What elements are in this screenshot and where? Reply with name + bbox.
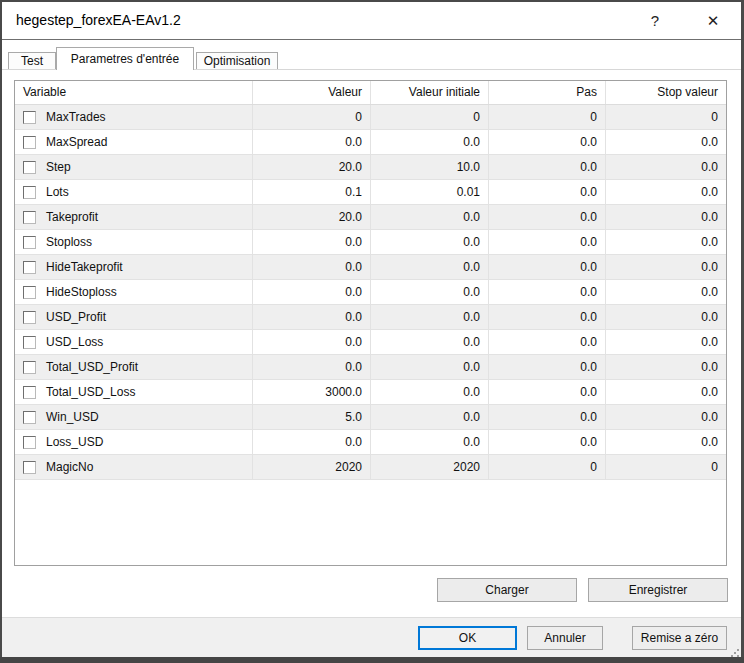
remise-a-zero-button[interactable]: Remise a zéro [632,626,727,650]
value-cell[interactable]: 0.0 [371,380,489,404]
value-cell[interactable]: 0 [371,105,489,129]
value-cell[interactable]: 10.0 [371,155,489,179]
optimize-checkbox[interactable] [23,211,36,224]
table-row[interactable]: Total_USD_Profit 0.0 0.0 0.0 0.0 [15,355,726,380]
optimize-checkbox[interactable] [23,361,36,374]
value-cell[interactable]: 0.0 [606,380,726,404]
table-row[interactable]: Total_USD_Loss 3000.0 0.0 0.0 0.0 [15,380,726,405]
value-cell[interactable]: 0.0 [489,430,606,454]
value-cell[interactable]: 2020 [253,455,371,479]
value-cell[interactable]: 0.0 [489,280,606,304]
value-cell[interactable]: 20.0 [253,155,371,179]
value-cell[interactable]: 0.0 [253,280,371,304]
tab-parametres-dentree[interactable]: Parametres d'entrée [56,47,194,70]
table-row[interactable]: Step 20.0 10.0 0.0 0.0 [15,155,726,180]
table-row[interactable]: Loss_USD 0.0 0.0 0.0 0.0 [15,430,726,455]
value-cell[interactable]: 0.0 [489,230,606,254]
value-cell[interactable]: 0.0 [253,430,371,454]
value-cell[interactable]: 5.0 [253,405,371,429]
value-cell[interactable]: 0.0 [371,405,489,429]
value-cell[interactable]: 0.0 [371,430,489,454]
value-cell[interactable]: 0.0 [371,355,489,379]
annuler-button[interactable]: Annuler [527,626,603,650]
value-cell[interactable]: 2020 [371,455,489,479]
table-row[interactable]: MagicNo 2020 2020 0 0 [15,455,726,480]
value-cell[interactable]: 0.0 [606,180,726,204]
table-row[interactable]: Lots 0.1 0.01 0.0 0.0 [15,180,726,205]
table-row[interactable]: MaxSpread 0.0 0.0 0.0 0.0 [15,130,726,155]
value-cell[interactable]: 0 [489,455,606,479]
optimize-checkbox[interactable] [23,461,36,474]
optimize-checkbox[interactable] [23,111,36,124]
value-cell[interactable]: 0.0 [606,130,726,154]
value-cell[interactable]: 0.0 [489,205,606,229]
tab-test[interactable]: Test [8,52,56,69]
value-cell[interactable]: 0.1 [253,180,371,204]
value-cell[interactable]: 0.0 [606,355,726,379]
value-cell[interactable]: 0.0 [606,230,726,254]
value-cell[interactable]: 0.0 [606,405,726,429]
value-cell[interactable]: 0.0 [606,155,726,179]
value-cell[interactable]: 0.0 [606,255,726,279]
value-cell[interactable]: 0.0 [489,330,606,354]
optimize-checkbox[interactable] [23,411,36,424]
value-cell[interactable]: 0.0 [606,280,726,304]
value-cell[interactable]: 0.0 [371,205,489,229]
value-cell[interactable]: 0.0 [489,405,606,429]
optimize-checkbox[interactable] [23,136,36,149]
optimize-checkbox[interactable] [23,336,36,349]
value-cell[interactable]: 0.0 [253,130,371,154]
optimize-checkbox[interactable] [23,386,36,399]
help-button[interactable]: ? [639,2,671,39]
value-cell[interactable]: 0 [253,105,371,129]
value-cell[interactable]: 20.0 [253,205,371,229]
table-row[interactable]: USD_Profit 0.0 0.0 0.0 0.0 [15,305,726,330]
value-cell[interactable]: 0 [606,105,726,129]
value-cell[interactable]: 0.0 [371,305,489,329]
value-cell[interactable]: 0.0 [606,305,726,329]
value-cell[interactable]: 0.0 [489,180,606,204]
value-cell[interactable]: 0.0 [253,330,371,354]
ok-button[interactable]: OK [418,626,517,650]
value-cell[interactable]: 0.0 [371,330,489,354]
value-cell[interactable]: 0.0 [489,130,606,154]
table-row[interactable]: USD_Loss 0.0 0.0 0.0 0.0 [15,330,726,355]
value-cell[interactable]: 0 [606,455,726,479]
value-cell[interactable]: 0.0 [489,355,606,379]
close-button[interactable]: ✕ [697,2,729,39]
optimize-checkbox[interactable] [23,286,36,299]
value-cell[interactable]: 0.0 [606,205,726,229]
table-row[interactable]: HideTakeprofit 0.0 0.0 0.0 0.0 [15,255,726,280]
value-cell[interactable]: 0.01 [371,180,489,204]
value-cell[interactable]: 0.0 [253,230,371,254]
value-cell[interactable]: 0.0 [371,255,489,279]
optimize-checkbox[interactable] [23,311,36,324]
value-cell[interactable]: 0.0 [253,255,371,279]
value-cell[interactable]: 0.0 [489,155,606,179]
value-cell[interactable]: 0.0 [253,305,371,329]
value-cell[interactable]: 0.0 [606,430,726,454]
resize-grip-icon[interactable] [737,649,739,651]
value-cell[interactable]: 0.0 [371,230,489,254]
table-row[interactable]: Stoploss 0.0 0.0 0.0 0.0 [15,230,726,255]
value-cell[interactable]: 0 [489,105,606,129]
table-row[interactable]: MaxTrades 0 0 0 0 [15,105,726,130]
table-row[interactable]: Win_USD 5.0 0.0 0.0 0.0 [15,405,726,430]
value-cell[interactable]: 3000.0 [253,380,371,404]
tab-optimisation[interactable]: Optimisation [196,52,278,69]
table-row[interactable]: Takeprofit 20.0 0.0 0.0 0.0 [15,205,726,230]
value-cell[interactable]: 0.0 [489,380,606,404]
optimize-checkbox[interactable] [23,261,36,274]
optimize-checkbox[interactable] [23,236,36,249]
value-cell[interactable]: 0.0 [371,130,489,154]
value-cell[interactable]: 0.0 [489,255,606,279]
optimize-checkbox[interactable] [23,436,36,449]
optimize-checkbox[interactable] [23,161,36,174]
value-cell[interactable]: 0.0 [489,305,606,329]
value-cell[interactable]: 0.0 [371,280,489,304]
charger-button[interactable]: Charger [437,578,577,602]
value-cell[interactable]: 0.0 [253,355,371,379]
optimize-checkbox[interactable] [23,186,36,199]
table-row[interactable]: HideStoploss 0.0 0.0 0.0 0.0 [15,280,726,305]
enregistrer-button[interactable]: Enregistrer [588,578,728,602]
